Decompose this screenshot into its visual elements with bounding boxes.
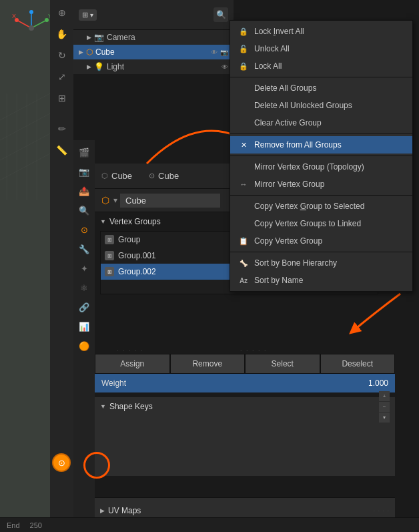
copy-vg-icon: 📋 [238,236,249,246]
transform-icon[interactable]: ⊞ [53,89,71,107]
menu-section-remove: ✕ Remove from All Groups [230,134,412,156]
menu-section-mirror: Mirror Vertex Group (Topology) ↔ Mirror … [230,156,412,196]
menu-copy-selected-label: Copy Vertex Group to Selected [254,202,364,211]
delete-unlocked-icon [238,100,249,111]
menu-item-lock-all[interactable]: 🔒 Lock All [230,57,412,75]
menu-item-mirror-topology[interactable]: Mirror Vertex Group (Topology) [230,158,412,176]
prop-view-icon[interactable]: 🔍 [75,202,93,219]
prop-render-icon[interactable]: 📷 [75,163,93,180]
prop-output-icon[interactable]: 📤 [75,182,93,200]
deselect-button[interactable]: Deselect [320,354,396,374]
menu-item-lock-invert-all[interactable]: 🔒 Lock Invert All [230,23,412,40]
camera-icon: 📷 [94,33,104,42]
outliner-mode-selector[interactable]: ⊞ ▾ [79,9,97,21]
svg-line-8 [0,113,50,140]
menu-item-delete-all-groups[interactable]: Delete All Groups [230,79,412,97]
sk-expand-arrow: ▼ [100,403,106,410]
expand-icon: ▶ [79,49,83,55]
measure-icon[interactable]: 📏 [53,141,71,160]
action-buttons-row: Assign Remove Select Deselect [95,354,395,374]
uv-expand-arrow: ▶ [100,507,105,514]
weight-value: 1.000 [368,378,388,388]
weight-label: Weight [101,378,368,388]
sk-add-button[interactable]: + [379,391,390,401]
clear-active-icon [238,117,249,128]
expand-icon: ▶ [87,34,91,41]
vg-icon: ⊞ [105,267,114,276]
menu-copy-linked-label: Copy Vertex Groups to Linked [254,219,361,228]
tree-item-light[interactable]: ▶ 💡 Light 👁 [73,59,234,74]
x-axis-label: X [12,13,16,19]
cube-render-icon: 📷 [220,49,228,56]
prop-modifier-icon[interactable]: 🔧 [75,240,93,258]
assign-button[interactable]: Assign [95,354,170,374]
cursor-icon[interactable]: ⊕ [53,3,71,22]
svg-point-5 [15,18,19,22]
scale-icon[interactable]: ⤢ [53,67,71,86]
menu-section-delete: Delete All Groups Delete All Unlocked Gr… [230,77,412,134]
vertex-group-icon-highlight: ⊙ [52,453,71,472]
tab-vgroup[interactable]: ⊙ Cube [149,171,179,181]
lock-invert-icon: 🔒 [238,26,249,37]
menu-item-copy-to-selected[interactable]: Copy Vertex Group to Selected [230,198,412,215]
tree-item-cube[interactable]: ▶ ⬡ Cube 👁 📷 [73,45,234,59]
annotate-icon[interactable]: ✏ [53,119,71,138]
vg-group-name: Group [118,235,140,244]
prop-physics-icon[interactable]: ⚛ [75,279,93,296]
shape-keys-content [95,416,395,476]
menu-item-copy-vg[interactable]: 📋 Copy Vertex Group [230,232,412,250]
outliner-search-button[interactable]: 🔍 [214,7,228,22]
vg-icon: ⊞ [105,251,114,260]
svg-line-7 [0,93,50,120]
axis-indicator: Y X [10,7,53,50]
shape-keys-section: ▼ Shape Keys + − ▾ [95,397,395,476]
vg-group002-name: Group.002 [118,267,156,276]
select-button[interactable]: Select [245,354,320,374]
menu-item-delete-unlocked[interactable]: Delete All Unlocked Groups [230,97,412,114]
svg-point-4 [45,18,49,22]
tab-vgroup-icon: ⊙ [149,172,155,180]
menu-item-sort-bone[interactable]: 🦴 Sort by Bone Hierarchy [230,254,412,272]
sk-dropdown-button[interactable]: ▾ [379,413,390,423]
context-menu: 🔒 Lock Invert All 🔓 Unlock All 🔒 Lock Al… [230,20,413,292]
weight-row[interactable]: Weight 1.000 [95,374,395,392]
menu-clear-active-label: Clear Active Group [254,118,322,127]
shape-keys-header[interactable]: ▼ Shape Keys + − ▾ [95,397,395,416]
outliner-mode-icon: ⊞ [82,11,88,19]
rotate-icon[interactable]: ↻ [53,46,71,65]
left-sidebar: ⊕ ✋ ↻ ⤢ ⊞ ✏ 📏 ⊙ [50,0,73,532]
tab-mesh-icon: ⬡ [101,172,108,180]
prop-object-icon[interactable]: ⊙ [75,221,93,238]
menu-mirror-label: Mirror Vertex Group [254,180,324,189]
prop-material-icon[interactable]: 🟠 [75,337,93,354]
menu-section-copy: Copy Vertex Group to Selected Copy Verte… [230,196,412,252]
menu-mirror-topology-label: Mirror Vertex Group (Topology) [254,162,364,172]
menu-item-remove-from-all[interactable]: ✕ Remove from All Groups [230,136,412,154]
prop-scene-icon[interactable]: 🎬 [75,144,93,161]
menu-item-sort-name[interactable]: Az Sort by Name [230,272,412,289]
status-frame: 250 [30,521,42,529]
menu-item-mirror-vg[interactable]: ↔ Mirror Vertex Group [230,176,412,193]
tree-item-camera[interactable]: ▶ 📷 Camera [73,30,234,45]
shape-keys-label: Shape Keys [109,402,153,411]
delete-all-icon [238,83,249,93]
sk-remove-button[interactable]: − [379,402,390,412]
move-icon[interactable]: ✋ [53,25,71,43]
menu-item-copy-to-linked[interactable]: Copy Vertex Groups to Linked [230,215,412,232]
obj-type-dropdown[interactable]: ▾ [113,196,117,205]
annotation-arrow-2 [340,287,407,340]
svg-line-9 [0,134,50,160]
menu-unlock-label: Unlock All [254,44,290,53]
object-name-input[interactable] [120,194,220,208]
prop-particles-icon[interactable]: ✦ [75,260,93,277]
remove-button[interactable]: Remove [170,354,246,374]
vg-group001-name: Group.001 [118,251,156,260]
menu-item-unlock-all[interactable]: 🔓 Unlock All [230,40,412,57]
menu-item-clear-active[interactable]: Clear Active Group [230,114,412,131]
expand-icon: ▶ [87,63,91,70]
mirror-topology-icon [238,162,249,172]
prop-constraints-icon[interactable]: 🔗 [75,298,93,316]
svg-line-10 [0,154,50,180]
prop-data-icon[interactable]: 📊 [75,318,93,335]
tab-mesh[interactable]: ⬡ Cube [101,171,132,181]
